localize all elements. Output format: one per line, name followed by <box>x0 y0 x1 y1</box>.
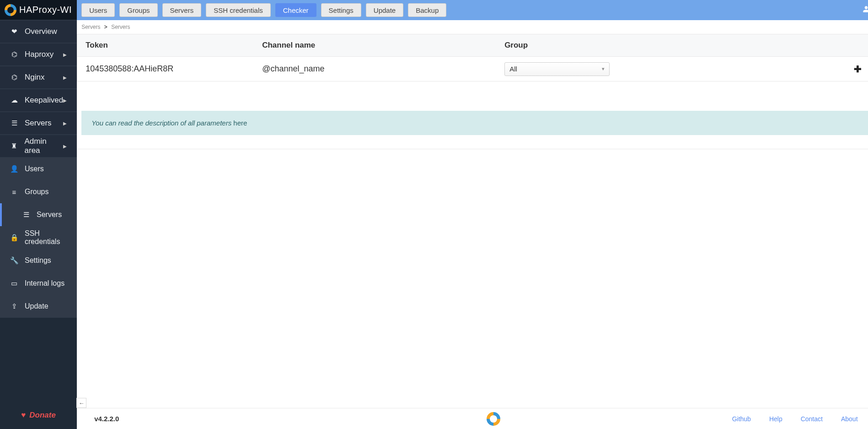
breadcrumb: Servers > Servers <box>77 20 868 34</box>
th-token: Token <box>77 41 260 50</box>
footer-link-github[interactable]: Github <box>732 415 751 423</box>
add-row: + Add <box>77 81 868 111</box>
admin-icon: ♜ <box>10 142 18 150</box>
brand-row[interactable]: HAProxy-WI <box>0 0 77 20</box>
tab-update[interactable]: Update <box>366 3 403 17</box>
sidebar-label: Admin area <box>25 137 64 155</box>
servers-icon: ☰ <box>10 119 18 127</box>
log-icon: ▭ <box>10 279 18 288</box>
donate-link[interactable]: ♥ Donate <box>0 402 77 429</box>
brand-text: HAProxy-WI <box>19 5 72 15</box>
heart-icon: ♥ <box>21 411 26 420</box>
upload-icon: ⇪ <box>10 302 18 310</box>
sidebar-sub-label: Groups <box>25 188 48 196</box>
sidebar-sub-ssh[interactable]: 🔒 SSH credentials <box>0 226 77 249</box>
sidebar-sub-label: Users <box>25 165 44 173</box>
tab-label: SSH credentials <box>214 6 263 14</box>
tip-text: You can read the description of all para… <box>91 119 233 127</box>
sidebar-label: Servers <box>25 119 52 128</box>
sidebar-sub-internal-logs[interactable]: ▭ Internal logs <box>0 272 77 295</box>
breadcrumb-current: Servers <box>111 24 130 30</box>
footer-link-help[interactable]: Help <box>769 415 782 423</box>
sidebar-sub-users[interactable]: 👤 Users <box>0 157 77 180</box>
tab-users[interactable]: Users <box>81 3 115 17</box>
tab-ssh-credentials[interactable]: SSH credentials <box>206 3 271 17</box>
sidebar-sub-label: Servers <box>37 211 62 219</box>
sidebar-sub-update[interactable]: ⇪ Update <box>0 295 77 318</box>
lock-icon: 🔒 <box>10 234 18 242</box>
chevron-right-icon: ▶ <box>63 98 67 103</box>
sidebar-item-keepalived[interactable]: ☁ Keepalived ▶ <box>0 89 77 112</box>
chevron-right-icon: ▶ <box>63 121 67 126</box>
user-icon <box>863 5 868 15</box>
table-body: 1045380588:AAHieR8R @channel_name All ✚ … <box>77 56 868 81</box>
servers-icon: ☰ <box>22 211 30 219</box>
group-select[interactable]: All <box>504 62 610 76</box>
cell-actions: ✚ ✖ <box>754 64 868 75</box>
cloud-icon: ☁ <box>10 96 18 104</box>
sidebar-sub-settings[interactable]: 🔧 Settings <box>0 249 77 272</box>
sidebar-item-nginx[interactable]: ⌬ Nginx ▶ <box>0 66 77 89</box>
footer: v4.2.2.0 Github Help Contact About Cloud <box>77 408 868 429</box>
main-area: Users Groups Servers SSH credentials Che… <box>77 0 868 429</box>
tab-label: Backup <box>416 6 439 14</box>
checker-table: Token Channel name Group 1045380588:AAHi… <box>77 34 868 81</box>
sidebar-nav: ❤ Overview ⌬ Haproxy ▶ ⌬ Nginx ▶ ☁ Keepa… <box>0 20 77 318</box>
tab-servers[interactable]: Servers <box>162 3 202 17</box>
group-select-value: All <box>509 65 517 73</box>
footer-logo-icon <box>487 412 500 426</box>
chevron-right-icon: ▶ <box>63 52 67 57</box>
version-label: v4.2.2.0 <box>94 415 119 423</box>
sidebar: HAProxy-WI ❤ Overview ⌬ Haproxy ▶ ⌬ Ngin… <box>0 0 77 429</box>
footer-links: Github Help Contact About Cloud <box>732 415 868 423</box>
sidebar-sub-label: Update <box>25 302 48 310</box>
sidebar-label: Overview <box>25 27 57 36</box>
sidebar-item-servers[interactable]: ☰ Servers ▶ <box>0 112 77 135</box>
plus-icon[interactable]: ✚ <box>854 64 862 75</box>
th-channel: Channel name <box>260 41 503 50</box>
heartbeat-icon: ❤ <box>10 27 18 36</box>
sidebar-sub-nested: ☰ Servers <box>0 203 77 226</box>
table-header-row: Token Channel name Group <box>77 34 868 56</box>
breadcrumb-root[interactable]: Servers <box>81 24 100 30</box>
chevron-right-icon: ▶ <box>63 75 67 80</box>
cell-token: 1045380588:AAHieR8R <box>77 64 260 74</box>
logout-link[interactable]: Logout <box>863 5 868 15</box>
breadcrumb-sep: > <box>104 24 107 30</box>
sidebar-sub-label: Internal logs <box>25 279 64 288</box>
tab-label: Servers <box>170 6 194 14</box>
topbar: Users Groups Servers SSH credentials Che… <box>77 0 868 20</box>
sidebar-collapse-button[interactable]: ← <box>76 398 86 408</box>
cell-channel: @channel_name <box>260 64 503 74</box>
sidebar-sub-groups[interactable]: ≡ Groups <box>0 180 77 203</box>
footer-link-about[interactable]: About <box>841 415 858 423</box>
sidebar-sub-label: Settings <box>25 256 51 265</box>
wrench-icon: 🔧 <box>10 256 18 265</box>
sidebar-item-admin-area[interactable]: ♜ Admin area ▶ <box>0 135 77 157</box>
footer-link-contact[interactable]: Contact <box>801 415 823 423</box>
tab-label: Groups <box>127 6 150 14</box>
tab-label: Update <box>374 6 396 14</box>
sidebar-item-haproxy[interactable]: ⌬ Haproxy ▶ <box>0 43 77 66</box>
tab-label: Users <box>89 6 107 14</box>
network-icon: ⌬ <box>10 50 18 59</box>
sidebar-sub-label: SSH credentials <box>25 229 67 246</box>
tip-link[interactable]: here <box>233 119 247 127</box>
sidebar-item-overview[interactable]: ❤ Overview <box>0 20 77 43</box>
sidebar-sub-servers[interactable]: ☰ Servers <box>0 203 77 226</box>
lines-icon: ≡ <box>10 188 18 196</box>
sidebar-label: Keepalived <box>25 96 63 105</box>
user-plus-icon: 👤 <box>10 165 18 173</box>
topbar-tabs: Users Groups Servers SSH credentials Che… <box>81 3 446 17</box>
table-row: 1045380588:AAHieR8R @channel_name All ✚ … <box>77 56 868 81</box>
sidebar-admin-submenu: 👤 Users ≡ Groups ☰ Servers 🔒 SSH credent… <box>0 157 77 318</box>
tab-checker[interactable]: Checker <box>275 3 316 17</box>
tab-backup[interactable]: Backup <box>408 3 446 17</box>
tab-settings[interactable]: Settings <box>321 3 361 17</box>
tab-groups[interactable]: Groups <box>119 3 157 17</box>
sidebar-label: Nginx <box>25 73 44 82</box>
tab-label: Settings <box>329 6 354 14</box>
brand-logo-icon <box>5 4 16 16</box>
separator <box>77 149 868 149</box>
donate-label: Donate <box>29 411 56 420</box>
